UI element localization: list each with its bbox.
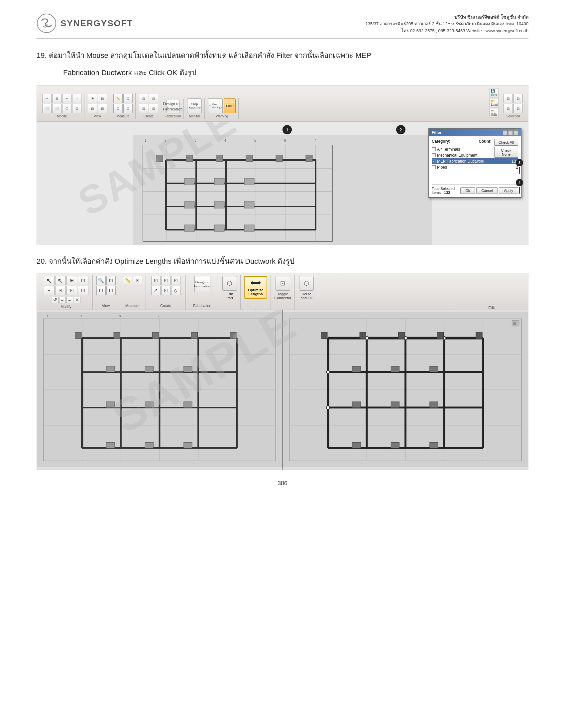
view-icon-2[interactable]: ⊡ <box>98 94 107 103</box>
section-20: 20. จากนั้นให้เลือกคำสั่ง Optimize Lengt… <box>37 255 528 470</box>
create-icon-4[interactable]: ⊡ <box>149 104 158 113</box>
r2-mod-4[interactable]: ⊡ <box>78 276 88 285</box>
sel-icon-4[interactable]: ⊡ <box>513 104 523 113</box>
svg-point-0 <box>37 14 56 33</box>
view-icon-1[interactable]: 👁 <box>88 94 97 103</box>
design-to-fab-btn[interactable]: Design toFabrication <box>166 100 180 113</box>
check-none-btn[interactable]: Check None <box>494 147 518 158</box>
modify-icon-6[interactable]: ⬜ <box>52 104 62 113</box>
optimize-lengths-btn[interactable]: ⟺ OptimizeLengths <box>244 276 267 299</box>
save-btn[interactable]: 💾 Save <box>490 88 499 97</box>
modify-icon-4[interactable]: ↔ <box>72 94 81 103</box>
svg-rect-74 <box>184 442 192 448</box>
r2-measure-1[interactable]: 📏 <box>123 276 132 285</box>
create-icon-2[interactable]: ⊡ <box>149 94 158 103</box>
r2-create-1[interactable]: ⊡ <box>151 276 161 285</box>
r2-view-3[interactable]: ⊡ <box>96 286 106 295</box>
floorplan-area-1: 1 2 <box>37 122 528 245</box>
r2-mod-11[interactable]: ≡ <box>67 297 73 303</box>
measure-icon-1[interactable]: 📏 <box>113 94 123 103</box>
r2-mod-2[interactable]: ↖ <box>55 276 66 285</box>
measure-label: Measure <box>117 114 130 118</box>
modify-icon-1[interactable]: ✏ <box>42 94 52 103</box>
mechanical-checkbox[interactable] <box>432 153 436 157</box>
svg-rect-114 <box>352 442 360 448</box>
instruction-19: 19. ต่อมาให้นำ Mouse ลากคุมโมเดลในแปลนดา… <box>37 49 528 62</box>
svg-rect-62 <box>114 332 120 339</box>
filter-close-buttons: − □ ✕ <box>503 130 518 135</box>
r2-mod-7[interactable]: ⊡ <box>67 286 77 295</box>
view-label: View <box>94 114 101 118</box>
floorplan-before: 1 2 3 4 <box>37 310 283 470</box>
svg-rect-72 <box>106 442 115 448</box>
r2-view-2[interactable]: ⊡ <box>106 276 116 285</box>
r2-mod-8[interactable]: ⊡ <box>78 286 88 295</box>
measure-icon-3[interactable]: ⊡ <box>113 104 123 113</box>
fabrication-icons: Design toFabrication <box>166 100 180 113</box>
r2-mod-9[interactable]: ↺ <box>52 297 59 303</box>
filter-minimize-btn[interactable]: − <box>503 130 507 135</box>
modify-icon-7[interactable]: ⬡ <box>62 104 71 113</box>
ribbon-group-create: ⊡ ⊡ ⊡ ⊡ Create <box>136 93 161 119</box>
edit-btn[interactable]: ✏ Edit <box>490 108 499 117</box>
r2-mod-3[interactable]: ⊞ <box>67 276 77 285</box>
pipes-checkbox[interactable] <box>432 165 436 169</box>
r2-create-3[interactable]: ⊡ <box>171 276 181 285</box>
ribbon-group-selection: ⊡ ⊡ ⊡ ⊡ Selection <box>501 93 525 119</box>
measure-icon-2[interactable]: ⊡ <box>123 94 133 103</box>
svg-rect-112 <box>391 402 399 407</box>
r2-mod-12[interactable]: ✕ <box>74 297 80 303</box>
filter-btn[interactable]: Filter <box>224 98 236 113</box>
svg-rect-108 <box>352 366 360 372</box>
marker-1: 1 <box>282 125 292 134</box>
filter-maximize-btn[interactable]: □ <box>508 130 513 135</box>
svg-rect-21 <box>186 155 193 162</box>
filter-ok-btn[interactable]: Ok <box>460 187 475 194</box>
filter-check-buttons: Check All Check None <box>494 139 518 158</box>
route-fill-icon[interactable]: ⬡ <box>299 276 314 291</box>
svg-rect-30 <box>214 202 224 208</box>
air-terminals-label: Air Terminals <box>437 147 460 152</box>
filter-close-btn[interactable]: ✕ <box>513 130 518 135</box>
toggle-connector-icon[interactable]: ⊡ <box>276 276 290 291</box>
modify-icon-5[interactable]: ⬜ <box>42 104 52 113</box>
air-terminals-checkbox[interactable] <box>432 147 436 151</box>
view-icon-3[interactable]: ⊡ <box>88 104 97 113</box>
filter-count-header: Count: <box>479 139 492 144</box>
ribbon-group-modify: ✏ ⊞ ✂ ↔ ⬜ ⬜ ⬡ ⊡ Modify <box>40 93 84 119</box>
r2-mod-6[interactable]: ⊡ <box>55 286 66 295</box>
view-icon-4[interactable]: ⊡ <box>98 104 107 113</box>
svg-rect-111 <box>352 402 360 407</box>
load-btn[interactable]: 📂 Load <box>490 98 499 107</box>
svg-point-102 <box>326 406 330 409</box>
r2-create-5[interactable]: ⊡ <box>161 286 171 295</box>
measure-icon-4[interactable]: ⊡ <box>123 104 133 113</box>
r2-view-4[interactable]: ⊡ <box>106 286 116 295</box>
r2-create-2[interactable]: ⊡ <box>161 276 171 285</box>
stop-monitoring-btn[interactable]: StopMonitor <box>187 98 202 113</box>
r2-measure-2[interactable]: ⊡ <box>133 276 142 285</box>
sel-icon-2[interactable]: ⊡ <box>513 94 523 103</box>
mep-ductwork-checkbox[interactable]: ✓ <box>432 159 436 163</box>
edit-part-icon[interactable]: ⬡ <box>222 276 237 291</box>
sel-icon-1[interactable]: ⊡ <box>503 94 513 103</box>
r2-view-1[interactable]: 🔍 <box>96 276 106 285</box>
create-icon-1[interactable]: ⊡ <box>139 94 148 103</box>
r2-create-4[interactable]: ↗ <box>151 286 161 295</box>
modify-icon-3[interactable]: ✂ <box>62 94 71 103</box>
sel-icon-3[interactable]: ⊡ <box>503 104 513 113</box>
check-all-btn[interactable]: Check All <box>494 139 518 146</box>
filter-cancel-btn[interactable]: Cancel <box>476 187 497 194</box>
r2-mod-10[interactable]: ≡ <box>59 297 66 303</box>
show-related-warnings-btn[interactable]: ⚠Show Warnings <box>208 98 223 113</box>
view-icons: 👁 ⊡ ⊡ ⊡ <box>88 94 107 113</box>
modify-icon-8[interactable]: ⊡ <box>72 104 81 113</box>
modify-icon-2[interactable]: ⊞ <box>52 94 62 103</box>
r2-create-6[interactable]: ◇ <box>171 286 181 295</box>
filter-apply-btn[interactable]: Apply <box>499 187 518 194</box>
r2-mod-5[interactable]: ≡ <box>44 286 55 295</box>
rg2-create: ⊡ ⊡ ⊡ ↗ ⊡ ◇ Create <box>146 275 186 310</box>
r2-mod-1[interactable]: ↖ <box>44 276 55 285</box>
create-icon-3[interactable]: ⊡ <box>139 104 148 113</box>
r2-design-to-fab-btn[interactable]: Design to Fabrication <box>195 276 211 292</box>
